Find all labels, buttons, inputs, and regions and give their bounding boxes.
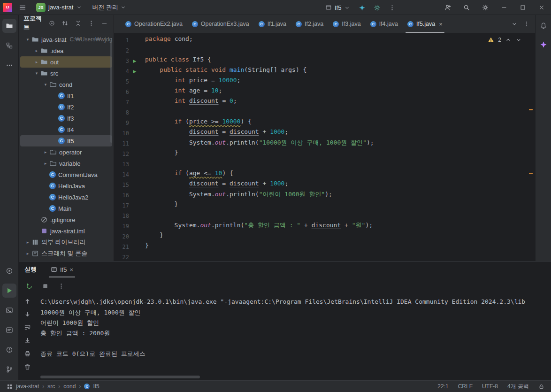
tree-item-외부 라이브러리[interactable]: ▸외부 라이브러리 — [20, 237, 112, 248]
tree-item-If2[interactable]: CIf2 — [20, 101, 112, 113]
editor-tab-If5.java[interactable]: CIf5.java× — [403, 15, 447, 33]
chevron-down-icon[interactable]: ▾ — [42, 82, 49, 87]
close-tab-icon[interactable]: × — [439, 21, 443, 28]
notifications-button[interactable] — [536, 19, 551, 33]
code-line[interactable] — [145, 46, 535, 56]
editor-tab-If3.java[interactable]: CIf3.java — [328, 15, 365, 33]
vcs-widget[interactable]: 버전 관리 — [89, 2, 129, 13]
expand-button[interactable] — [59, 17, 70, 29]
editor-tab-If4.java[interactable]: CIf4.java — [366, 15, 403, 33]
tree-item-CommentJava[interactable]: CCommentJava — [20, 169, 112, 180]
run-config-selector[interactable]: If5 — [322, 3, 353, 13]
prev-warning-icon[interactable] — [505, 37, 512, 43]
stop-button[interactable] — [39, 280, 51, 292]
tree-item-.gitignore[interactable]: .gitignore — [20, 214, 112, 225]
tree-item-If5[interactable]: CIf5 — [20, 135, 112, 146]
code-line[interactable]: System.out.println("10000원 이상 구매, 1000원 … — [145, 138, 535, 149]
maximize-button[interactable] — [513, 0, 532, 15]
settings-button[interactable] — [476, 0, 495, 15]
code-line[interactable]: } — [145, 231, 535, 242]
services-gear-button[interactable] — [370, 1, 383, 14]
more-v-button[interactable] — [55, 280, 67, 292]
code-line[interactable]: } — [145, 200, 535, 211]
search-button[interactable] — [457, 0, 476, 15]
project-scrollbar[interactable] — [110, 39, 112, 143]
code-line[interactable]: public class If5 { — [145, 56, 535, 66]
line-ending[interactable]: CRLF — [458, 383, 473, 390]
locate-button[interactable] — [46, 17, 57, 29]
rerun-button[interactable] — [23, 280, 35, 292]
run-starburst-button[interactable] — [355, 1, 368, 14]
chevron-right-icon[interactable]: ▸ — [33, 48, 40, 53]
indent-style[interactable]: 4개 공백 — [507, 383, 529, 391]
code-line[interactable]: System.out.println("총 할인 금액 : " + discou… — [145, 221, 535, 231]
next-warning-icon[interactable] — [515, 37, 522, 43]
tree-item-cond[interactable]: ▾cond — [20, 79, 112, 90]
tree-item-variable[interactable]: ▸variable — [20, 158, 112, 169]
down-button[interactable] — [22, 308, 33, 320]
editor-tab-OperationEx2.java[interactable]: COperationEx2.java — [121, 15, 187, 33]
code-line[interactable] — [145, 159, 535, 169]
more-button[interactable] — [2, 58, 16, 72]
up-button[interactable] — [22, 295, 33, 307]
close-button[interactable] — [532, 0, 551, 15]
chevron-down-icon[interactable]: ▾ — [33, 71, 40, 76]
run-tab[interactable]: If5 × — [47, 261, 77, 277]
tree-item-HelloJava2[interactable]: CHelloJava2 — [20, 192, 112, 203]
project-button[interactable] — [2, 19, 16, 33]
chevron-right-icon[interactable]: ▸ — [42, 161, 49, 166]
more-v-button[interactable] — [85, 17, 97, 29]
tree-item-src[interactable]: ▾src — [20, 68, 112, 79]
ai-assistant-button[interactable] — [536, 38, 551, 52]
tree-item-If4[interactable]: CIf4 — [20, 124, 112, 135]
run-line-icon[interactable]: ▶ — [129, 59, 140, 63]
structure-button[interactable] — [2, 38, 16, 53]
code-with-me-button[interactable] — [438, 0, 457, 15]
code-area[interactable]: package cond;public class If5 { public s… — [141, 33, 535, 261]
code-line[interactable]: discount = discount + 1000; — [145, 128, 535, 138]
print-button[interactable] — [22, 348, 33, 359]
code-line[interactable] — [145, 211, 535, 221]
hidden-tabs-button[interactable] — [509, 18, 520, 30]
code-line[interactable]: System.out.println("어린이 1000원 할인"); — [145, 190, 535, 200]
tree-item-스크래치 및 콘솔[interactable]: ▸스크래치 및 콘솔 — [20, 248, 112, 259]
code-line[interactable]: discount = discount + 1000; — [145, 180, 535, 190]
inspection-widget[interactable]: 2 — [488, 37, 522, 43]
editor[interactable]: 123▶4▶5678910111213141516171819202122 pa… — [114, 33, 535, 261]
tree-item-out[interactable]: ▸out — [20, 56, 112, 68]
tree-item-If1[interactable]: CIf1 — [20, 90, 112, 101]
terminal-button[interactable] — [2, 303, 16, 317]
chevron-right-icon[interactable]: ▸ — [33, 60, 40, 64]
tree-item-If3[interactable]: CIf3 — [20, 113, 112, 124]
code-line[interactable]: int discount = 0; — [145, 97, 535, 108]
breadcrumb-item[interactable]: java-strat — [16, 383, 39, 390]
breadcrumb-item[interactable]: src — [47, 383, 55, 390]
code-line[interactable]: public static void main(String[] args) { — [145, 66, 535, 77]
code-line[interactable]: } — [145, 149, 535, 159]
code-line[interactable] — [145, 252, 535, 261]
tree-item-.idea[interactable]: ▸.idea — [20, 45, 112, 56]
code-line[interactable]: if (price >= 10000) { — [145, 118, 535, 128]
tree-item-java-strat.iml[interactable]: java-strat.iml — [20, 225, 112, 237]
problems-button[interactable] — [2, 343, 16, 357]
console-button[interactable] — [2, 323, 16, 337]
git-button[interactable] — [2, 362, 16, 377]
console-hscrollbar[interactable] — [40, 376, 200, 378]
editor-tab-If1.java[interactable]: CIf1.java — [254, 15, 291, 33]
chevron-right-icon[interactable]: ▸ — [42, 150, 49, 154]
tree-item-Main[interactable]: CMain — [20, 203, 112, 214]
code-line[interactable]: package cond; — [145, 35, 535, 46]
readonly-lock-icon[interactable] — [538, 384, 544, 390]
tree-item-java-strat[interactable]: ▾java-stratC:₩Users₩wjdgh — [20, 34, 112, 45]
editor-tab-If2.java[interactable]: CIf2.java — [291, 15, 328, 33]
code-line[interactable]: } — [145, 242, 535, 252]
warning-stripe-mark[interactable] — [529, 173, 533, 174]
code-line[interactable] — [145, 108, 535, 118]
more-v-button[interactable] — [385, 1, 398, 14]
clear-button[interactable] — [22, 361, 33, 372]
breadcrumb-item[interactable]: cond — [63, 383, 76, 390]
main-menu-button[interactable] — [16, 1, 29, 14]
run-line-icon[interactable]: ▶ — [129, 69, 140, 74]
encoding[interactable]: UTF-8 — [482, 383, 498, 390]
code-line[interactable]: if (age <= 10) { — [145, 169, 535, 180]
